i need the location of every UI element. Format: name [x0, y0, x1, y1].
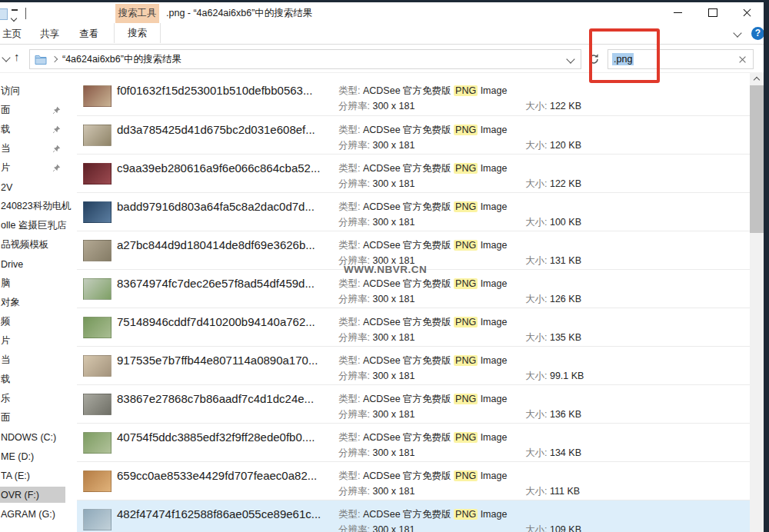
sidebar-item[interactable]: 2V [0, 178, 74, 197]
file-thumbnail [83, 470, 112, 492]
file-type: 类型: ACDSee 官方免费版 PNG Image [338, 162, 507, 175]
tab-share[interactable]: 共享 [40, 28, 59, 41]
sidebar-item[interactable]: 当 [0, 351, 74, 370]
sidebar-item[interactable]: 品视频模板 [0, 235, 74, 254]
file-size: 大小: 111 KB [525, 485, 580, 498]
tab-view[interactable]: 查看 [79, 28, 98, 41]
file-thumbnail [83, 394, 112, 415]
sidebar-item[interactable]: 240823科劲电机 [0, 197, 74, 216]
sidebar-item[interactable]: OVR (F:) [0, 485, 74, 504]
file-row[interactable]: 75148946cddf7d410200b94140a762... 类型: AC… [77, 308, 750, 346]
type-prefix: ACDSee 官方免费版 [363, 201, 451, 212]
maximize-button[interactable] [700, 2, 726, 23]
type-label: 类型: [338, 317, 360, 328]
sidebar-item[interactable]: 频 [0, 312, 74, 331]
file-name[interactable]: 482f47474f162588f86ae055ce89e61c... [117, 507, 321, 520]
scroll-up-button[interactable] [750, 72, 764, 85]
png-highlight: PNG [454, 163, 478, 174]
breadcrumb[interactable]: “4a624ai6xb6”中的搜索结果 [29, 49, 581, 69]
size-label: 大小: [525, 101, 547, 111]
resolution-value: 300 x 181 [372, 371, 414, 381]
sidebar-item-label: Drive [1, 259, 72, 270]
png-highlight: PNG [454, 317, 478, 328]
pin-icon [52, 164, 61, 172]
file-name[interactable]: c9aa39eb280616a9f6e066c864cba52... [117, 161, 320, 175]
resolution-label: 分辨率: [338, 140, 370, 151]
sidebar-item[interactable]: 面 [0, 101, 74, 120]
type-prefix: ACDSee 官方免费版 [363, 432, 451, 443]
size-label: 大小: [525, 294, 547, 304]
file-name[interactable]: a27bc844d9d180414de8df69e3626b... [117, 238, 315, 251]
resolution-label: 分辨率: [338, 371, 370, 381]
file-size-value: 99.1 KB [550, 371, 584, 381]
resolution-label: 分辨率: [338, 409, 370, 420]
file-row[interactable]: 83867e27868c7b86aadf7c4d1dc24e... 类型: AC… [77, 384, 750, 423]
search-tools-contextual-tab[interactable]: 搜索工具 [115, 4, 159, 23]
file-row[interactable]: 659cc0ae8533e4429fd707feaec0a82... 类型: A… [77, 461, 750, 500]
file-row[interactable]: dd3a785425d41d675bc2d031e608ef... 类型: AC… [77, 115, 750, 154]
file-name[interactable]: 83674974fc7dec26e57f8ad54df459d... [117, 277, 315, 290]
sidebar-item[interactable]: Drive [0, 254, 74, 274]
minimize-button[interactable] [664, 2, 691, 23]
tab-home[interactable]: 主页 [2, 28, 22, 41]
file-name[interactable]: 75148946cddf7d410200b94140a762... [117, 315, 315, 328]
sidebar-item[interactable]: 当 [0, 139, 74, 158]
sidebar-item[interactable]: 面 [0, 408, 74, 427]
file-size-value: 122 KB [550, 101, 581, 111]
close-button[interactable] [734, 2, 760, 23]
help-icon[interactable]: ? [751, 27, 764, 40]
ribbon-collapse-chevron-icon[interactable] [733, 28, 741, 37]
sidebar-item-label: 面 [1, 411, 72, 424]
clear-search-icon[interactable] [738, 55, 747, 64]
sidebar-item-label: 面 [1, 104, 72, 117]
sidebar-item[interactable]: 乐 [0, 389, 74, 408]
file-name[interactable]: badd97916d803a64fa5c8a2dac0d7d... [117, 200, 315, 213]
up-button[interactable]: ↑ [14, 50, 20, 63]
file-name[interactable]: 83867e27868c7b86aadf7c4d1dc24e... [117, 392, 314, 405]
file-row[interactable]: 40754f5ddc3885edf32f9ff28ede0fb0.... 类型:… [77, 423, 750, 461]
file-row[interactable]: badd97916d803a64fa5c8a2dac0d7d... 类型: AC… [77, 192, 750, 231]
file-size: 大小: 135 KB [525, 331, 581, 344]
recent-locations-chevron-icon[interactable] [2, 53, 10, 62]
scrollbar-thumb[interactable] [750, 85, 764, 233]
size-label: 大小: [525, 447, 547, 458]
sidebar-item[interactable]: NDOWS (C:) [0, 427, 74, 447]
breadcrumb-path[interactable]: “4a624ai6xb6”中的搜索结果 [62, 53, 181, 66]
sidebar-item[interactable]: 载 [0, 370, 74, 389]
chevron-down-icon [11, 15, 17, 22]
sidebar-item[interactable]: 访问 [0, 81, 74, 101]
resolution-label: 分辨率: [338, 217, 370, 228]
file-row[interactable]: 482f47474f162588f86ae055ce89e61c... 类型: … [77, 500, 750, 532]
window-title: .png - “4a624ai6xb6”中的搜索结果 [166, 7, 312, 20]
sidebar-item[interactable]: olle 盗摄巨乳店 [0, 216, 74, 235]
address-dropdown-chevron-icon[interactable] [566, 55, 574, 63]
resolution-label: 分辨率: [338, 294, 370, 304]
type-suffix: Image [481, 432, 508, 443]
file-name[interactable]: dd3a785425d41d675bc2d031e608ef... [117, 123, 315, 136]
sidebar-item[interactable]: 脑 [0, 274, 74, 293]
resolution-value: 300 x 181 [372, 447, 414, 458]
file-name[interactable]: 659cc0ae8533e4429fd707feaec0a82... [117, 469, 317, 482]
file-name[interactable]: 40754f5ddc3885edf32f9ff28ede0fb0.... [117, 431, 315, 444]
resolution-value: 300 x 181 [372, 524, 414, 532]
sidebar-item[interactable]: 片 [0, 331, 74, 351]
size-label: 大小: [525, 255, 547, 266]
file-resolution: 分辨率: 300 x 181 [338, 408, 414, 421]
resolution-label: 分辨率: [338, 524, 370, 532]
sidebar-item[interactable]: AGRAM (G:) [0, 504, 74, 524]
png-highlight: PNG [454, 470, 478, 481]
file-row[interactable]: c9aa39eb280616a9f6e066c864cba52... 类型: A… [77, 154, 750, 192]
file-name[interactable]: 917535e7b7ffb44e807114a0890a170... [117, 354, 318, 367]
quick-access-toolbar-dropdown[interactable] [12, 9, 19, 18]
file-row[interactable]: 917535e7b7ffb44e807114a0890a170... 类型: A… [77, 346, 750, 384]
sidebar-item[interactable]: 对象 [0, 293, 74, 312]
file-list: f0f01632f15d253001b510defbb0563... 类型: A… [77, 77, 750, 532]
size-label: 大小: [525, 140, 547, 151]
sidebar-item[interactable]: 载 [0, 120, 74, 139]
vertical-scrollbar[interactable] [750, 72, 764, 532]
tab-search[interactable]: 搜索 [114, 23, 161, 43]
sidebar-item[interactable]: TA (E:) [0, 466, 74, 485]
file-name[interactable]: f0f01632f15d253001b510defbb0563... [117, 84, 312, 97]
sidebar-item[interactable]: ME (D:) [0, 447, 74, 466]
sidebar-item[interactable]: 片 [0, 158, 74, 178]
